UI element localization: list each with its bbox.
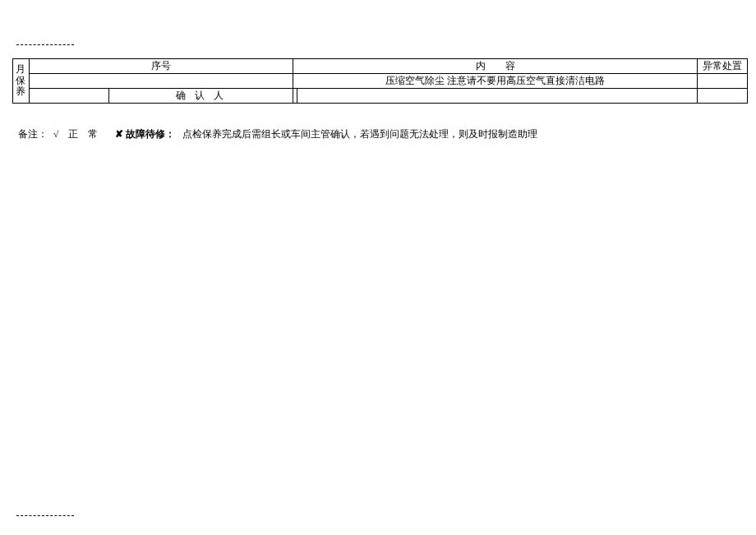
vertical-category-cell: 月保养 [13,59,30,104]
confirm-label: 确 认 人 [109,89,293,104]
table-data-row: 压缩空气除尘 注意请不要用高压空气直接清洁电路 [13,74,748,89]
remark-normal: √ 正 常 [53,128,98,141]
top-dashed-separator [16,44,74,45]
header-abnormal: 异常处置 [698,59,748,74]
header-content: 内 容 [293,59,698,74]
cell-abnormal-value [698,74,748,89]
confirm-cell-5 [698,89,748,104]
cell-content-value: 压缩空气除尘 注意请不要用高压空气直接清洁电路 [293,74,698,89]
confirm-cell-1 [29,89,108,104]
maintenance-table-container: 月保养 序号 内 容 异常处置 压缩空气除尘 注意请不要用高压空气直接清洁电路 … [12,58,748,104]
table-confirm-row: 确 认 人 [13,89,748,104]
table-header-row: 月保养 序号 内 容 异常处置 [13,59,748,74]
remark-text: 点检保养完成后需组长或车间主管确认，若遇到问题无法处理，则及时报制造助理 [182,128,537,141]
remark-fault: ✘ 故障待修： [115,128,175,141]
cell-sequence-value [29,74,293,89]
remark-prefix: 备注： [18,128,48,141]
header-sequence: 序号 [29,59,293,74]
bottom-dashed-separator [16,515,74,516]
maintenance-table: 月保养 序号 内 容 异常处置 压缩空气除尘 注意请不要用高压空气直接清洁电路 … [12,58,748,104]
remark-line: 备注： √ 正 常 ✘ 故障待修： 点检保养完成后需组长或车间主管确认，若遇到问… [18,128,756,141]
confirm-cell-4 [297,89,698,104]
